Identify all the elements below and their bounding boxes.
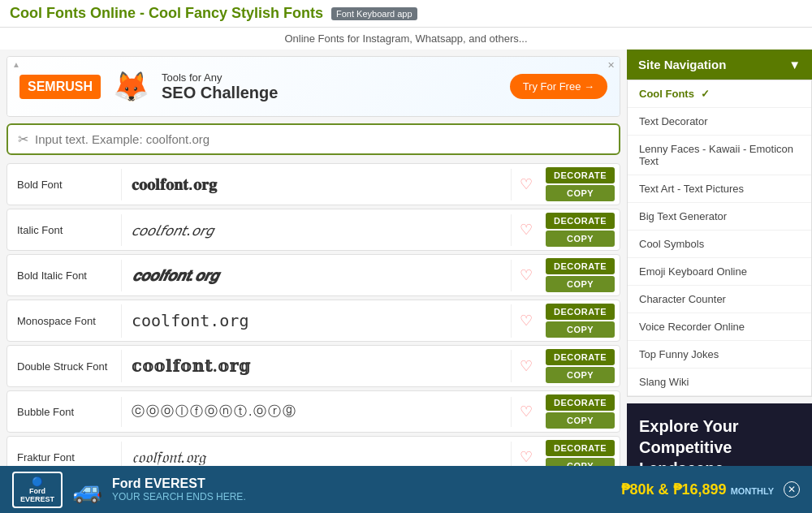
decorate-button[interactable]: DECORATE [546, 304, 615, 320]
sidebar-item-label: Voice Recorder Online [639, 321, 745, 333]
sidebar-item-label: Slang Wiki [639, 376, 689, 388]
heart-button[interactable]: ♡ [512, 354, 541, 378]
heart-button[interactable]: ♡ [512, 308, 541, 333]
search-input[interactable] [35, 132, 609, 146]
action-buttons: DECORATE COPY [541, 255, 620, 295]
ad-mascot: 🦊 [113, 70, 149, 104]
bottom-ad-brand-line1: 🔵 [20, 476, 54, 487]
table-row: Double Struck Font 𝕔𝕠𝕠𝕝𝕗𝕠𝕟𝕥.𝕠𝕣𝕘 ♡ DECORA… [6, 345, 620, 387]
table-row: Italic Font 𝘤𝘰𝘰𝘭𝘧𝘰𝘯𝘵.𝘰𝘳𝘨 ♡ DECORATE COPY [6, 209, 620, 251]
sidebar-item-voice-recorder[interactable]: Voice Recorder Online [628, 313, 811, 341]
decorate-button[interactable]: DECORATE [546, 258, 615, 274]
font-preview: 𝚌𝚘𝚘𝚕𝚏𝚘𝚗𝚝.𝚘𝚛𝚐 [121, 304, 512, 338]
font-preview: 𝐜𝐨𝐨𝐥𝐟𝐨𝐧𝐭.𝐨𝐫𝐠 [121, 169, 512, 200]
decorate-button[interactable]: DECORATE [546, 394, 615, 411]
font-preview: 𝘤𝘰𝘰𝘭𝘧𝘰𝘯𝘵.𝘰𝘳𝘨 [121, 214, 512, 246]
ad-label: ▲ [12, 60, 20, 69]
font-label: Monospace Font [7, 308, 121, 334]
bottom-ad-tagline: YOUR SEARCH ENDS HERE. [112, 491, 611, 502]
ad-text-block: Tools for Any SEO Challenge [162, 71, 498, 102]
copy-button[interactable]: COPY [546, 231, 615, 247]
top-ad-banner: ▲ SEMRUSH 🦊 Tools for Any SEO Challenge … [6, 56, 620, 117]
decorate-button[interactable]: DECORATE [546, 167, 615, 183]
semrush-logo: SEMRUSH [19, 75, 101, 99]
ad-text-seo: SEO Challenge [162, 84, 498, 102]
sidebar-item-big-text[interactable]: Big Text Generator [628, 203, 811, 231]
sidebar: Site Navigation ▼ Cool Fonts ✓ Text Deco… [627, 50, 812, 513]
bottom-ad-brand-name: Ford EVEREST [112, 476, 611, 491]
decorate-button[interactable]: DECORATE [546, 440, 615, 456]
table-row: Bold Italic Font 𝙘𝙤𝙤𝙡𝙛𝙤𝙣𝙩.𝙤𝙧𝙜 ♡ DECORATE… [6, 254, 620, 296]
subtitle: Online Fonts for Instagram, Whatsapp, an… [0, 28, 812, 50]
ad-text-tools: Tools for Any [162, 71, 498, 84]
sidebar-item-label: Character Counter [639, 293, 726, 305]
sidebar-item-label: Cool Symbols [639, 238, 704, 250]
sidebar-item-funny-jokes[interactable]: Top Funny Jokes [628, 341, 811, 369]
sidebar-item-text-art[interactable]: Text Art - Text Pictures [628, 175, 811, 203]
heart-button[interactable]: ♡ [512, 218, 541, 242]
sidebar-item-character-counter[interactable]: Character Counter [628, 286, 811, 313]
action-buttons: DECORATE COPY [541, 164, 620, 205]
sidebar-item-label: Lenny Faces - Kawaii - Emoticon Text [639, 143, 793, 167]
action-buttons: DECORATE COPY [541, 346, 620, 386]
copy-button[interactable]: COPY [546, 276, 615, 292]
bottom-ad-offer: ₱80k & ₱16,899 MONTHLY [621, 481, 774, 498]
ad-try-button[interactable]: Try For Free → [510, 74, 607, 99]
bottom-ad-logo: 🔵 Ford EVEREST [12, 472, 63, 508]
sidebar-item-text-decorator[interactable]: Text Decorator [628, 108, 811, 136]
bottom-ad-banner: 🔵 Ford EVEREST 🚙 Ford EVEREST YOUR SEARC… [0, 466, 812, 513]
font-preview: ⓒⓞⓞⓛⓕⓞⓝⓣ.ⓞⓡⓖ [121, 397, 512, 427]
keyboard-badge: Font Keyboard app [331, 7, 417, 20]
copy-button[interactable]: COPY [546, 321, 615, 338]
action-buttons: DECORATE COPY [541, 209, 620, 250]
sidebar-item-lenny-faces[interactable]: Lenny Faces - Kawaii - Emoticon Text [628, 136, 811, 175]
decorate-button[interactable]: DECORATE [546, 213, 615, 229]
sidebar-header[interactable]: Site Navigation ▼ [627, 50, 812, 80]
font-list: Bold Font 𝐜𝐨𝐨𝐥𝐟𝐨𝐧𝐭.𝐨𝐫𝐠 ♡ DECORATE COPY I… [6, 163, 620, 478]
font-preview: 𝕔𝕠𝕠𝕝𝕗𝕠𝕟𝕥.𝕠𝕣𝕘 [121, 350, 512, 382]
bottom-ad-car-icon: 🚙 [72, 476, 102, 504]
copy-button[interactable]: COPY [546, 412, 615, 429]
sidebar-item-slang-wiki[interactable]: Slang Wiki [628, 369, 811, 396]
font-preview: 𝙘𝙤𝙤𝙡𝙛𝙤𝙣𝙩.𝙤𝙧𝙜 [121, 260, 512, 291]
action-buttons: DECORATE COPY [541, 391, 620, 432]
chevron-down-icon: ▼ [788, 58, 801, 71]
sidebar-item-label: Cool Fonts ✓ [639, 88, 710, 100]
bottom-ad-brand-line3: EVEREST [20, 495, 54, 503]
search-bar: ✂ [6, 123, 620, 155]
copy-button[interactable]: COPY [546, 185, 615, 201]
font-label: Bubble Font [7, 399, 121, 425]
semrush-ad: ▲ SEMRUSH 🦊 Tools for Any SEO Challenge … [7, 57, 620, 116]
copy-button[interactable]: COPY [546, 367, 615, 383]
scissor-icon: ✂ [18, 131, 28, 147]
sidebar-item-cool-symbols[interactable]: Cool Symbols [628, 231, 811, 258]
main-content: ▲ SEMRUSH 🦊 Tools for Any SEO Challenge … [0, 50, 627, 513]
action-buttons: DECORATE COPY [541, 300, 620, 341]
sidebar-title: Site Navigation [638, 58, 726, 71]
decorate-button[interactable]: DECORATE [546, 349, 615, 365]
heart-button[interactable]: ♡ [512, 399, 541, 424]
table-row: Bold Font 𝐜𝐨𝐨𝐥𝐟𝐨𝐧𝐭.𝐨𝐫𝐠 ♡ DECORATE COPY [6, 163, 620, 205]
sidebar-item-label: Top Funny Jokes [639, 348, 719, 360]
bottom-ad-brand-line2: Ford [20, 487, 54, 495]
sidebar-item-label: Text Art - Text Pictures [639, 183, 744, 195]
sidebar-item-cool-fonts[interactable]: Cool Fonts ✓ [628, 80, 811, 108]
heart-button[interactable]: ♡ [512, 172, 541, 196]
sidebar-item-label: Big Text Generator [639, 210, 727, 222]
ad-close-button[interactable]: ✕ [607, 60, 615, 71]
table-row: Monospace Font 𝚌𝚘𝚘𝚕𝚏𝚘𝚗𝚝.𝚘𝚛𝚐 ♡ DECORATE C… [6, 300, 620, 342]
bottom-ad-close-button[interactable]: ✕ [784, 481, 800, 498]
font-label: Bold Italic Font [7, 263, 121, 288]
font-label: Bold Font [7, 172, 121, 197]
bottom-ad-text: Ford EVEREST YOUR SEARCH ENDS HERE. [112, 476, 611, 502]
page-layout: ▲ SEMRUSH 🦊 Tools for Any SEO Challenge … [0, 50, 812, 513]
sidebar-nav: Cool Fonts ✓ Text Decorator Lenny Faces … [627, 80, 812, 397]
top-bar: Cool Fonts Online - Cool Fancy Stylish F… [0, 0, 812, 28]
font-label: Double Struck Font [7, 354, 121, 379]
sidebar-item-label: Text Decorator [639, 115, 708, 127]
heart-button[interactable]: ♡ [512, 263, 541, 287]
site-title[interactable]: Cool Fonts Online - Cool Fancy Stylish F… [10, 5, 323, 22]
sidebar-item-label: Emoji Keyboard Online [639, 265, 747, 278]
table-row: Bubble Font ⓒⓞⓞⓛⓕⓞⓝⓣ.ⓞⓡⓖ ♡ DECORATE COPY [6, 390, 620, 433]
sidebar-item-emoji-keyboard[interactable]: Emoji Keyboard Online [628, 258, 811, 286]
